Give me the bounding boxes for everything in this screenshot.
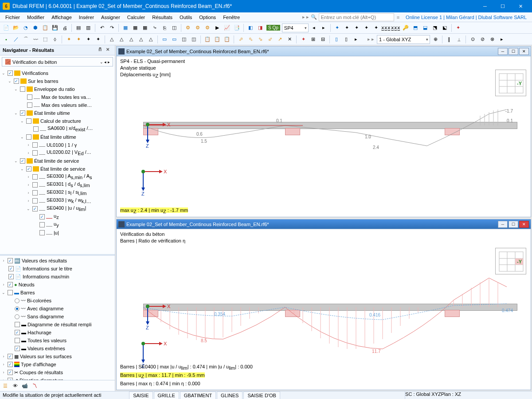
navtab-1[interactable]: ☰: [1, 381, 10, 390]
navtab-3[interactable]: 📹: [20, 381, 29, 390]
undo-icon[interactable]: ↶: [98, 23, 106, 32]
tab-glines[interactable]: GLINES: [217, 391, 243, 399]
view1-titlebar[interactable]: Example 02_Set of Member_Continous Reinf…: [117, 47, 531, 56]
l1-icon[interactable]: ⬒: [411, 23, 420, 32]
menu-assigner[interactable]: Assigner: [98, 13, 124, 21]
r1-icon[interactable]: ▭: [160, 35, 169, 44]
navigator-lower-tree[interactable]: ›🔤 Valeurs des résultats 📄 Informations …: [0, 256, 115, 380]
v2-icon[interactable]: ✦: [343, 23, 352, 32]
g6-icon[interactable]: ⊗: [488, 35, 497, 44]
view2-max[interactable]: ☐: [509, 221, 518, 228]
d4-icon[interactable]: ⬃: [266, 35, 274, 44]
v1-icon[interactable]: ✦: [333, 23, 342, 32]
save-icon[interactable]: 💾: [51, 23, 59, 32]
view1-max[interactable]: ☐: [509, 48, 518, 55]
n2-icon[interactable]: ／: [12, 35, 20, 44]
redo-icon[interactable]: ↷: [107, 23, 116, 32]
res2-icon[interactable]: ◨: [256, 23, 265, 32]
doc1-icon[interactable]: ▤: [74, 23, 83, 32]
view1-min[interactable]: ─: [498, 48, 508, 55]
tab-saisie[interactable]: SAISIE: [129, 391, 153, 399]
g7-icon[interactable]: ▸: [497, 35, 506, 44]
open-icon[interactable]: 📂: [12, 23, 20, 32]
script-icon[interactable]: ⎘: [160, 23, 169, 32]
d2-icon[interactable]: ⬁: [246, 35, 255, 44]
table1-icon[interactable]: ▦: [121, 23, 130, 32]
c2-icon[interactable]: 📋: [213, 35, 222, 44]
p2-icon[interactable]: ▯: [342, 35, 351, 44]
v4-icon[interactable]: ✦: [362, 23, 371, 32]
menu-inserer[interactable]: Insérer: [75, 13, 98, 21]
del-icon[interactable]: ✕: [285, 35, 294, 44]
g1-icon[interactable]: ⊕: [431, 35, 440, 44]
coord-combo[interactable]: 1 - Global XYZ: [377, 35, 430, 44]
c1-icon[interactable]: 📋: [203, 35, 212, 44]
menu-outils[interactable]: Outils: [176, 13, 196, 21]
addon-icon[interactable]: ◫: [170, 23, 179, 32]
goto-icon[interactable]: ⤷: [150, 23, 159, 32]
p3-icon[interactable]: ▸: [352, 35, 360, 44]
view1-close[interactable]: ✕: [519, 48, 529, 55]
l3-icon[interactable]: ⬔: [430, 23, 439, 32]
report-icon[interactable]: 📑: [232, 23, 241, 32]
menu-fenetre[interactable]: Fenêtre: [219, 13, 243, 21]
view2-close[interactable]: ✕: [519, 221, 529, 228]
n4-icon[interactable]: 〰: [31, 35, 40, 44]
loadcase-combo[interactable]: SP4: [282, 23, 309, 32]
menu-modifier[interactable]: Modifier: [23, 13, 48, 21]
l4-icon[interactable]: ⬕: [440, 23, 449, 32]
view2-canvas[interactable]: Vérification du béton Barres | Ratio de …: [117, 229, 531, 390]
menu-calculer[interactable]: Calculer: [124, 13, 149, 21]
m1-icon[interactable]: ✦: [64, 35, 73, 44]
nav-close-icon[interactable]: ✕: [106, 47, 112, 53]
l2-icon[interactable]: ⬓: [421, 23, 430, 32]
anim-icon[interactable]: ▶: [213, 23, 222, 32]
r3-icon[interactable]: ◫: [180, 35, 188, 44]
e2-icon[interactable]: ⊟: [318, 35, 327, 44]
key-icon[interactable]: 🔑: [401, 23, 410, 32]
print-icon[interactable]: 🖨: [60, 23, 69, 32]
cloud-icon[interactable]: ◔: [21, 23, 30, 32]
view2-titlebar[interactable]: Example 02_Set of Member_Continous Reinf…: [117, 219, 531, 229]
menu-affichage[interactable]: Affichage: [48, 13, 75, 21]
clipboard-icon[interactable]: 📋: [41, 23, 50, 32]
n1-icon[interactable]: •: [2, 35, 11, 44]
g3-icon[interactable]: ⟂: [454, 35, 463, 44]
table2-icon[interactable]: ▦: [131, 23, 140, 32]
m3-icon[interactable]: ✦: [84, 35, 93, 44]
n5-icon[interactable]: ⬚: [41, 35, 50, 44]
d1-icon[interactable]: ⬀: [236, 35, 245, 44]
new-icon[interactable]: 📄: [2, 23, 11, 32]
calc2-icon[interactable]: ⚙: [193, 23, 202, 32]
ax-icon[interactable]: ✦: [454, 23, 463, 32]
nav-pin-icon[interactable]: ⫚: [98, 47, 104, 53]
next-icon[interactable]: ▸: [319, 23, 328, 32]
e1-icon[interactable]: ⊞: [309, 35, 317, 44]
s5-icon[interactable]: △: [146, 35, 155, 44]
calc3-icon[interactable]: ⚙: [203, 23, 212, 32]
navigator-combo[interactable]: 🧱 Vérification du béton⌄ ◂ ▸: [2, 57, 113, 66]
menu-fichier[interactable]: Fichier: [2, 13, 23, 21]
search-input[interactable]: [319, 13, 394, 21]
m4-icon[interactable]: ✦: [94, 35, 102, 44]
view1-orientation-widget[interactable]: -Y: [495, 70, 526, 96]
view2-orientation-widget[interactable]: -Y: [495, 248, 526, 274]
prev-icon[interactable]: ◂: [309, 23, 318, 32]
s4-icon[interactable]: △: [137, 35, 145, 44]
navigator-tree[interactable]: ⌄Vérifications ⌄Sur les barres ⌄Envelopp…: [0, 68, 115, 254]
p1-icon[interactable]: ▯: [332, 35, 341, 44]
v3-icon[interactable]: ✦: [352, 23, 361, 32]
ax2-icon[interactable]: ✦: [299, 35, 308, 44]
tab-gbatiment[interactable]: GBATIMENT: [180, 391, 216, 399]
g2-icon[interactable]: ‖: [445, 35, 454, 44]
m2-icon[interactable]: ✦: [74, 35, 83, 44]
n6-icon[interactable]: ◊: [51, 35, 59, 44]
s3-icon[interactable]: △: [127, 35, 136, 44]
navtab-2[interactable]: 👁: [11, 381, 20, 390]
navtab-4[interactable]: 〽: [30, 381, 39, 390]
block-icon[interactable]: ⬢: [31, 23, 40, 32]
d3-icon[interactable]: ⬂: [256, 35, 265, 44]
s2-icon[interactable]: △: [117, 35, 126, 44]
close-button[interactable]: ✕: [512, 0, 529, 12]
d5-icon[interactable]: ↗: [275, 35, 284, 44]
